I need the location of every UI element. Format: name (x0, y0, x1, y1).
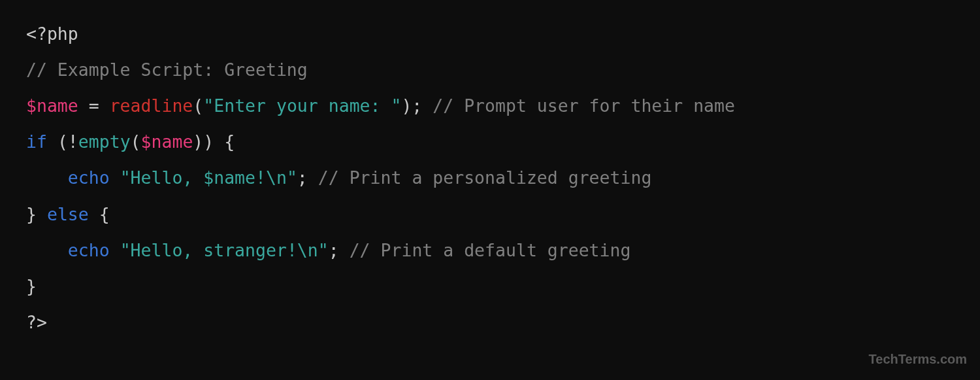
comment-header: // Example Script: Greeting (26, 60, 308, 80)
indent (26, 240, 68, 260)
paren-open: ( (193, 95, 203, 116)
space (339, 240, 350, 260)
comment-prompt: // Prompt user for their name (433, 95, 735, 116)
paren-brace: )) { (193, 131, 235, 152)
punct-neg-paren: (! (57, 131, 78, 152)
brace-close: } (26, 204, 47, 224)
fn-readline: readline (110, 95, 193, 116)
string-hello-name: "Hello, $name!\n" (120, 167, 297, 188)
fn-empty: empty (78, 131, 131, 152)
watermark: TechTerms.com (869, 346, 967, 373)
variable-name: $name (141, 131, 193, 152)
brace-open: { (89, 204, 110, 224)
paren-open: ( (131, 131, 141, 152)
comment-default: // Print a default greeting (350, 240, 631, 260)
code-block: <?php // Example Script: Greeting $name … (26, 16, 954, 340)
kw-echo: echo (68, 240, 110, 260)
space (308, 167, 318, 188)
php-close-tag: ?> (26, 312, 47, 332)
brace-close: } (26, 276, 37, 296)
kw-if: if (26, 131, 47, 152)
kw-echo: echo (68, 167, 110, 188)
semicolon: ; (329, 240, 339, 260)
space (110, 240, 120, 260)
paren-close-semi: ); (401, 95, 422, 116)
variable-name: $name (26, 95, 78, 116)
string-prompt: "Enter your name: " (203, 95, 401, 116)
kw-else: else (47, 204, 89, 224)
indent (26, 167, 68, 188)
assign-op: = (78, 95, 110, 116)
php-open-tag: <?php (26, 24, 78, 44)
comment-personalized: // Print a personalized greeting (318, 167, 652, 188)
space (422, 95, 433, 116)
space (110, 167, 120, 188)
string-hello-stranger: "Hello, stranger!\n" (120, 240, 329, 260)
space (47, 131, 57, 152)
semicolon: ; (297, 167, 308, 188)
